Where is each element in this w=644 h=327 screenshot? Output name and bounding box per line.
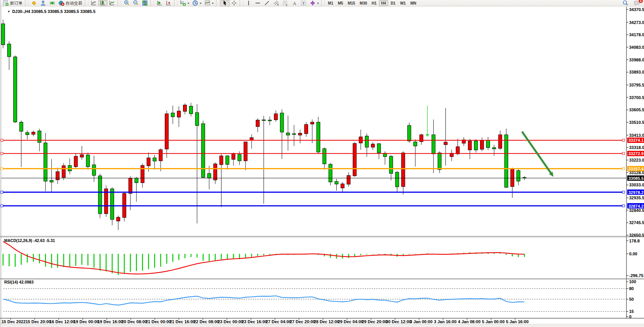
candle-body	[492, 147, 496, 149]
timeframe-m15-button[interactable]: M15	[345, 0, 357, 6]
trendline-tool-button[interactable]	[262, 0, 271, 6]
timeframe-h4-button[interactable]: H4	[379, 0, 389, 6]
zoom-in-button[interactable]	[122, 0, 131, 6]
candle-chart-mode-button[interactable]	[98, 0, 108, 6]
price-tick-label: 33795.5	[629, 83, 644, 87]
macd-tick-label: 0.00	[629, 252, 637, 256]
vertical-line-tool-button[interactable]	[244, 0, 253, 6]
zoom-out-button[interactable]	[131, 0, 140, 6]
autotrading-label: 自动交易	[66, 0, 82, 6]
shapes-tool-button[interactable]: ▾	[308, 0, 320, 6]
timeframe-m5-button[interactable]: M5	[336, 0, 345, 6]
collapse-triangle-icon[interactable]: ▼	[7, 10, 10, 13]
dropdown-caret-icon[interactable]: ▾	[317, 2, 319, 5]
toolbar-right-group: 1	[621, 0, 644, 6]
price-tick-label: 33700.5	[629, 95, 644, 100]
chart-template-icon	[204, 0, 210, 6]
macd-indicator-label: MACD(12,26,9) -42.63 -5.31	[4, 238, 55, 243]
candle-body	[86, 155, 90, 167]
candle-body	[347, 175, 350, 184]
line-handle[interactable]	[1, 139, 3, 141]
chat-badge: 1	[639, 0, 643, 3]
time-tick-label: 27 Dec 04:00	[266, 319, 291, 324]
indicators-button[interactable]: ▾	[178, 0, 191, 6]
candle-body	[135, 178, 138, 183]
chat-button[interactable]: 1	[632, 0, 641, 6]
autotrading-button[interactable]: 自动交易	[57, 0, 84, 6]
tiles-icon	[142, 0, 148, 6]
search-button[interactable]	[621, 0, 630, 6]
person-icon	[40, 0, 46, 6]
dropdown-caret-icon[interactable]: ▾	[212, 2, 214, 5]
new-order-label: 新订单	[10, 0, 22, 6]
line-chart-mode-button[interactable]	[108, 0, 117, 6]
candle-body	[487, 140, 490, 147]
timeframe-w1-button[interactable]: W1	[398, 0, 408, 6]
bars-chart-icon	[91, 0, 97, 6]
styles-button[interactable]	[29, 0, 39, 6]
line-handle[interactable]	[622, 205, 625, 207]
candle-body	[323, 149, 326, 164]
svg-text:F: F	[286, 4, 287, 6]
line-handle[interactable]	[1, 152, 3, 155]
channel-tool-button[interactable]: E	[271, 0, 281, 6]
signals-button[interactable]	[48, 0, 57, 6]
new-order-button[interactable]: 新订单	[1, 0, 24, 6]
candle-body	[456, 147, 459, 154]
crosshair-tool-button[interactable]	[230, 0, 239, 6]
candle-body	[371, 144, 374, 147]
profiles-button[interactable]	[39, 0, 48, 6]
candle-body	[310, 122, 314, 124]
line-handle[interactable]	[1, 205, 3, 207]
price-tick-label: 34178.0	[629, 32, 644, 37]
templates-button[interactable]: ▾	[203, 0, 215, 6]
line-handle[interactable]	[622, 191, 625, 193]
timeframe-h1-button[interactable]: H1	[369, 0, 379, 6]
dropdown-caret-icon[interactable]: ▾	[188, 2, 189, 5]
timeframe-mn-button[interactable]: MN	[408, 0, 419, 6]
auto-scroll-button[interactable]	[155, 0, 164, 6]
dropdown-caret-icon[interactable]: ▾	[200, 2, 201, 5]
line-handle[interactable]	[1, 191, 3, 193]
time-tick-label: 28 Dec 12:00	[314, 319, 339, 324]
candle-body	[280, 113, 284, 132]
candle-body	[444, 142, 447, 145]
timeframe-m1-button[interactable]: M1	[326, 0, 336, 6]
toolbar-separator	[321, 0, 325, 6]
line-handle[interactable]	[622, 168, 625, 170]
channel-icon: E	[273, 0, 279, 6]
fibonacci-tool-button[interactable]: F	[281, 0, 290, 6]
price-tick-label: 34370.5	[629, 7, 644, 12]
label-tool-button[interactable]: T	[299, 0, 308, 6]
cursor-tool-button[interactable]	[220, 0, 230, 6]
chart-shift-button[interactable]	[164, 0, 173, 6]
price-tick-label: 32650.5	[629, 233, 644, 237]
chart-title: ▼DJ30-,H4 33085.5 33085.5 33085.5 33085.…	[7, 9, 95, 14]
candle-body	[183, 105, 187, 111]
line-handle[interactable]	[622, 139, 625, 141]
chart-canvas[interactable]: 34370.534273.034178.034083.033988.033893…	[0, 6, 644, 327]
bar-chart-mode-button[interactable]	[89, 0, 98, 6]
tile-windows-button[interactable]	[140, 0, 149, 6]
timeframe-m30-button[interactable]: M30	[357, 0, 369, 6]
candle-body	[511, 169, 514, 186]
line-handle[interactable]	[1, 168, 3, 170]
text-tool-button[interactable]: A	[290, 0, 299, 6]
timeframe-d1-button[interactable]: D1	[388, 0, 398, 6]
time-tick-label: 23 Dec 00:00	[218, 319, 243, 324]
candle-body	[80, 155, 84, 157]
candle-body	[432, 135, 435, 154]
zoom-in-icon	[124, 0, 130, 6]
horizontal-line-tool-button[interactable]	[253, 0, 262, 6]
periods-button[interactable]: ▾	[191, 0, 203, 6]
line-handle[interactable]	[622, 152, 625, 155]
time-tick-label: 19 Dec 16:00	[98, 319, 123, 324]
zoom-out-icon	[133, 0, 139, 6]
candle-body	[498, 135, 502, 149]
candle-body	[13, 57, 17, 122]
time-tick-label: 30 Dec 12:00	[386, 319, 411, 324]
signal-icon	[49, 0, 55, 6]
candle-body	[92, 165, 96, 175]
candle-body	[26, 133, 29, 135]
candle-body	[98, 176, 102, 213]
